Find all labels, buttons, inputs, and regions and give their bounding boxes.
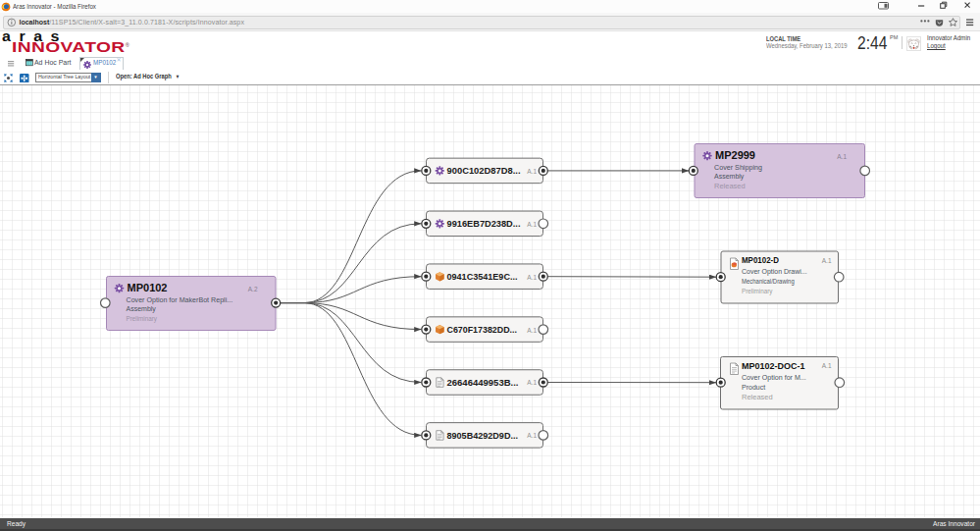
svg-text:A.1: A.1 xyxy=(527,379,537,386)
svg-text:0941C3541E9C...: 0941C3541E9C... xyxy=(447,271,518,282)
svg-text:Cover Option Drawi...: Cover Option Drawi... xyxy=(742,268,807,276)
svg-text:MP0102-DOC-1: MP0102-DOC-1 xyxy=(742,361,805,371)
svg-text:A.1: A.1 xyxy=(527,221,537,228)
svg-text:A.1: A.1 xyxy=(527,327,537,334)
svg-text:900C102D87D8...: 900C102D87D8... xyxy=(447,165,521,176)
svg-text:9916EB7D238D...: 9916EB7D238D... xyxy=(447,218,521,229)
svg-text:8905B4292D9D...: 8905B4292D9D... xyxy=(447,430,519,441)
svg-text:A.1: A.1 xyxy=(822,257,832,264)
svg-text:A.2: A.2 xyxy=(248,286,258,292)
svg-text:Assembly: Assembly xyxy=(127,305,157,313)
svg-text:MP2999: MP2999 xyxy=(715,150,755,161)
svg-text:Cover Shipping: Cover Shipping xyxy=(714,164,762,172)
svg-text:26646449953B...: 26646449953B... xyxy=(447,377,519,388)
svg-text:A.1: A.1 xyxy=(527,432,537,439)
svg-text:Assembly: Assembly xyxy=(714,173,745,181)
svg-text:A.1: A.1 xyxy=(527,274,537,281)
svg-text:Preliminary: Preliminary xyxy=(742,288,773,295)
svg-text:MP0102: MP0102 xyxy=(128,283,168,293)
svg-text:Preliminary: Preliminary xyxy=(127,315,158,323)
svg-text:A.1: A.1 xyxy=(527,168,537,175)
svg-text:Cover Option for MakerBot Repl: Cover Option for MakerBot Repli... xyxy=(127,296,233,304)
svg-text:A.1: A.1 xyxy=(837,153,847,160)
svg-text:Mechanical/Drawing: Mechanical/Drawing xyxy=(742,278,795,286)
svg-text:Released: Released xyxy=(742,394,773,400)
svg-text:MP0102-D: MP0102-D xyxy=(742,255,779,265)
svg-text:A.1: A.1 xyxy=(822,362,832,369)
svg-text:Cover Option for M...: Cover Option for M... xyxy=(742,374,806,382)
svg-text:C670F17382DD...: C670F17382DD... xyxy=(447,324,518,335)
svg-text:Released: Released xyxy=(714,183,746,189)
svg-text:Product: Product xyxy=(742,384,765,391)
